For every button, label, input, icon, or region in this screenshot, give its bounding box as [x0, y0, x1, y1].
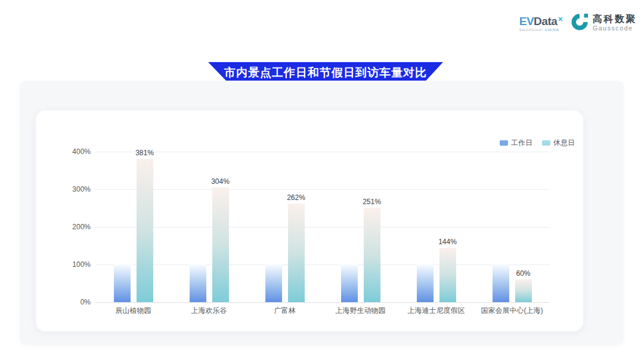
bar-休息日 — [288, 204, 305, 302]
y-axis-tick-label: 300% — [58, 184, 91, 194]
legend-item-休息日[interactable]: 休息日 — [542, 138, 575, 148]
bar-休息日 — [212, 187, 229, 302]
bar-value-label: 304% — [203, 177, 239, 186]
chart-panel: 工作日休息日 0%100%200%300%400%381%辰山植物园304%上海… — [20, 81, 624, 345]
section-title: 市内景点工作日和节假日到访车量对比 — [224, 65, 427, 81]
bar-工作日 — [417, 264, 434, 302]
evdata-logo: EVData✕ SHANGHAI CHINA — [519, 16, 563, 32]
bar-工作日 — [265, 264, 282, 302]
chart-plot: 0%100%200%300%400%381%辰山植物园304%上海欢乐谷262%… — [95, 152, 550, 302]
bar-value-label: 262% — [278, 193, 314, 202]
x-axis-category-label: 国家会展中心(上海) — [470, 306, 554, 316]
evdata-wordmark: EVData✕ — [519, 16, 563, 27]
x-axis-category-label: 上海欢乐谷 — [168, 306, 251, 316]
gausscode-en-name: Gausscode — [593, 24, 637, 32]
evdata-subtext-shanghai: SHANGHAI — [519, 28, 543, 32]
bar-休息日 — [137, 159, 153, 302]
x-axis-line — [95, 302, 550, 303]
bar-休息日 — [364, 208, 380, 302]
gridline — [95, 189, 550, 190]
gridline — [95, 152, 550, 152]
y-axis-tick-label: 400% — [58, 147, 91, 156]
bar-休息日 — [515, 279, 532, 302]
x-axis-category-label: 上海迪士尼度假区 — [395, 306, 478, 316]
chart-card: 工作日休息日 0%100%200%300%400%381%辰山植物园304%上海… — [36, 110, 583, 331]
legend-swatch — [542, 140, 550, 146]
gausscode-cn-name: 高科数聚 — [593, 14, 637, 24]
y-axis-tick-label: 200% — [58, 222, 91, 232]
evdata-subtext-china: CHINA — [545, 28, 559, 32]
bar-休息日 — [439, 248, 456, 302]
chart-legend: 工作日休息日 — [500, 138, 575, 148]
legend-swatch — [500, 140, 508, 146]
evdata-x-icon: ✕ — [558, 16, 563, 23]
bar-工作日 — [190, 264, 206, 302]
logo-bar: EVData✕ SHANGHAI CHINA 高科数聚 Gausscode — [519, 12, 637, 33]
gausscode-g-icon — [571, 12, 589, 33]
y-axis-tick-label: 0% — [58, 297, 91, 307]
bar-value-label: 381% — [127, 149, 163, 157]
legend-label: 休息日 — [553, 138, 575, 148]
x-axis-category-label: 上海野生动物园 — [319, 306, 402, 316]
gausscode-text: 高科数聚 Gausscode — [593, 14, 637, 32]
legend-label: 工作日 — [511, 138, 532, 148]
y-axis-tick-label: 100% — [58, 260, 91, 269]
bar-工作日 — [341, 264, 358, 302]
x-axis-category-label: 辰山植物园 — [92, 306, 175, 316]
evdata-ev-text: EV — [519, 15, 534, 27]
x-axis-category-label: 广富林 — [243, 306, 327, 316]
evdata-subtext: SHANGHAI CHINA — [519, 28, 563, 32]
bar-value-label: 144% — [430, 238, 466, 246]
page: EVData✕ SHANGHAI CHINA 高科数聚 Gausscode 市内… — [0, 0, 644, 363]
bar-工作日 — [114, 264, 131, 302]
gridline — [95, 264, 550, 265]
section-title-banner: 市内景点工作日和节假日到访车量对比 — [208, 62, 443, 83]
bar-value-label: 251% — [354, 198, 390, 206]
gausscode-logo: 高科数聚 Gausscode — [571, 12, 637, 33]
evdata-data-text: Data — [534, 15, 557, 27]
bar-value-label: 60% — [506, 269, 541, 278]
legend-item-工作日[interactable]: 工作日 — [500, 138, 532, 148]
gridline — [95, 227, 550, 227]
